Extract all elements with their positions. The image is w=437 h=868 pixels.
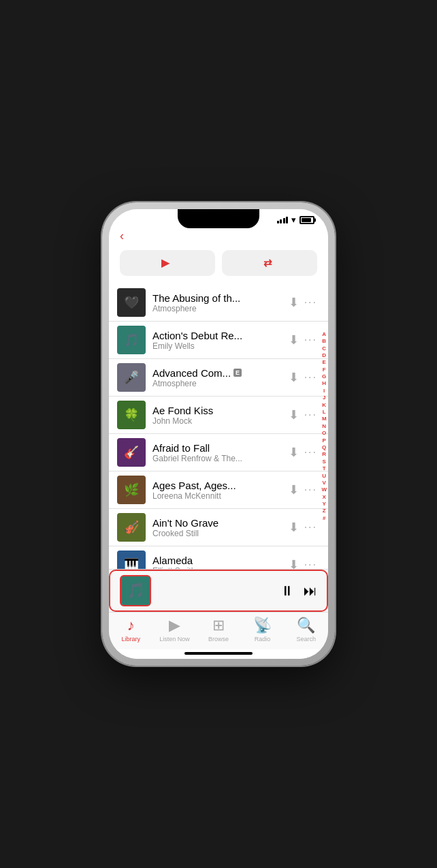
- alpha-letter-b[interactable]: B: [322, 338, 326, 345]
- song-row[interactable]: 🍀 Ae Fond Kiss John Mock ⬇ ···: [109, 397, 328, 434]
- song-artist: Crooked Still: [152, 529, 289, 538]
- alpha-letter-d[interactable]: D: [322, 352, 326, 359]
- alpha-letter-#[interactable]: #: [323, 515, 325, 522]
- screen-content: ‹ ▶ ⇄: [109, 228, 328, 649]
- download-button[interactable]: ⬇: [289, 482, 299, 497]
- tab-library[interactable]: ♪ Library: [109, 617, 152, 642]
- download-button[interactable]: ⬇: [289, 557, 299, 569]
- shuffle-icon: ⇄: [263, 257, 272, 269]
- tab-listen-now[interactable]: ▶ Listen Now: [152, 617, 196, 642]
- signal-icon: [277, 217, 289, 223]
- song-row[interactable]: 🎵 Action's Debut Re... Emily Wells ⬇ ···: [109, 322, 328, 359]
- more-button[interactable]: ···: [304, 334, 317, 346]
- alpha-letter-a[interactable]: A: [322, 331, 326, 338]
- song-row[interactable]: 🎹 Alameda Elliott Smith ⬇ ···: [109, 546, 328, 569]
- pause-button[interactable]: ⏸: [280, 583, 294, 599]
- song-info: Ages Past, Ages... Loreena McKennitt: [152, 480, 289, 501]
- album-art-8: 🎹: [117, 551, 146, 569]
- song-info: Ae Fond Kiss John Mock: [152, 405, 289, 426]
- song-actions: ⬇ ···: [289, 445, 317, 460]
- more-button[interactable]: ···: [304, 559, 317, 569]
- more-button[interactable]: ···: [304, 521, 317, 533]
- tab-search[interactable]: 🔍 Search: [285, 617, 328, 642]
- radio-icon: 📡: [253, 617, 272, 634]
- download-button[interactable]: ⬇: [289, 332, 299, 347]
- listen-now-icon: ▶: [169, 617, 180, 634]
- alpha-letter-i[interactable]: I: [323, 388, 325, 394]
- alpha-letter-o[interactable]: O: [322, 430, 326, 437]
- alpha-letter-m[interactable]: M: [322, 416, 327, 422]
- tab-browse[interactable]: ⊞ Browse: [197, 617, 240, 642]
- song-actions: ⬇ ···: [289, 482, 317, 497]
- alpha-letter-r[interactable]: R: [322, 451, 326, 458]
- alpha-letter-z[interactable]: Z: [323, 508, 326, 514]
- download-button[interactable]: ⬇: [289, 407, 299, 422]
- library-icon: ♪: [127, 617, 135, 634]
- download-button[interactable]: ⬇: [289, 520, 299, 535]
- nav-row: ‹: [120, 229, 317, 243]
- alpha-letter-q[interactable]: Q: [322, 444, 326, 451]
- alpha-letter-c[interactable]: C: [322, 345, 326, 352]
- alpha-letter-g[interactable]: G: [322, 373, 326, 380]
- chevron-left-icon: ‹: [120, 229, 124, 243]
- alpha-letter-n[interactable]: N: [322, 423, 326, 430]
- download-button[interactable]: ⬇: [289, 445, 299, 460]
- song-row[interactable]: 🎻 Ain't No Grave Crooked Still ⬇ ···: [109, 509, 328, 546]
- alpha-letter-f[interactable]: F: [323, 367, 326, 373]
- alpha-letter-w[interactable]: W: [321, 486, 327, 493]
- song-actions: ⬇ ···: [289, 370, 317, 385]
- song-title: Action's Debut Re...: [152, 330, 289, 341]
- alpha-letter-u[interactable]: U: [322, 473, 326, 480]
- now-playing-art: 🎵: [120, 575, 151, 606]
- song-row[interactable]: 🌿 Ages Past, Ages... Loreena McKennitt ⬇…: [109, 471, 328, 509]
- alpha-letter-p[interactable]: P: [323, 437, 326, 444]
- song-row[interactable]: 🖤 The Abusing of th... Atmosphere ⬇ ···: [109, 284, 328, 322]
- alpha-letter-s[interactable]: S: [323, 459, 326, 465]
- alpha-letter-h[interactable]: H: [322, 380, 326, 387]
- song-info: Afraid to Fall Gabriel Renfrow & The...: [152, 442, 289, 463]
- play-button[interactable]: ▶: [120, 250, 215, 276]
- song-title: Advanced Com... E: [152, 367, 289, 379]
- song-info: Alameda Elliott Smith: [152, 555, 289, 570]
- song-actions: ⬇ ···: [289, 520, 317, 535]
- alpha-letter-l[interactable]: L: [323, 409, 326, 416]
- more-button[interactable]: ···: [304, 296, 317, 309]
- shuffle-button[interactable]: ⇄: [222, 250, 317, 276]
- alpha-letter-k[interactable]: K: [322, 402, 326, 409]
- alpha-letter-t[interactable]: T: [323, 465, 326, 472]
- song-actions: ⬇ ···: [289, 407, 317, 422]
- song-artist: Atmosphere: [152, 379, 289, 388]
- album-art-2: 🎵: [117, 326, 146, 354]
- album-art-7: 🎻: [117, 513, 146, 542]
- header: ‹ ▶ ⇄: [109, 228, 328, 284]
- tab-radio[interactable]: 📡 Radio: [240, 617, 284, 642]
- alpha-letter-e[interactable]: E: [323, 359, 326, 366]
- now-playing-controls: ⏸ ⏭: [280, 583, 317, 599]
- wifi-icon: ▾: [291, 215, 296, 225]
- status-icons: ▾: [277, 215, 315, 225]
- song-info: Advanced Com... E Atmosphere: [152, 367, 289, 388]
- download-button[interactable]: ⬇: [289, 295, 299, 310]
- more-button[interactable]: ···: [304, 446, 317, 459]
- listen-now-label: Listen Now: [159, 636, 190, 642]
- now-playing-bar[interactable]: 🎵 ⏸ ⏭: [109, 569, 328, 612]
- search-icon: 🔍: [297, 617, 315, 634]
- more-button[interactable]: ···: [304, 409, 317, 421]
- alpha-letter-x[interactable]: X: [323, 494, 326, 501]
- radio-label: Radio: [255, 636, 271, 642]
- back-button[interactable]: ‹: [120, 229, 126, 243]
- song-row[interactable]: 🎸 Afraid to Fall Gabriel Renfrow & The..…: [109, 434, 328, 471]
- song-actions: ⬇ ···: [289, 557, 317, 569]
- songs-list[interactable]: 🖤 The Abusing of th... Atmosphere ⬇ ··· …: [109, 284, 328, 569]
- more-button[interactable]: ···: [304, 371, 317, 384]
- now-playing-art-emoji: 🎵: [127, 582, 145, 600]
- fast-forward-button[interactable]: ⏭: [304, 583, 317, 599]
- more-button[interactable]: ···: [304, 484, 317, 496]
- alpha-letter-j[interactable]: J: [323, 394, 325, 401]
- phone-screen: ▾ ‹ ▶: [109, 209, 328, 659]
- search-label: Search: [297, 636, 317, 642]
- song-row[interactable]: 🎤 Advanced Com... E Atmosphere ⬇ ···: [109, 359, 328, 397]
- download-button[interactable]: ⬇: [289, 370, 299, 385]
- alpha-letter-y[interactable]: Y: [323, 501, 326, 508]
- alpha-letter-v[interactable]: V: [323, 480, 326, 486]
